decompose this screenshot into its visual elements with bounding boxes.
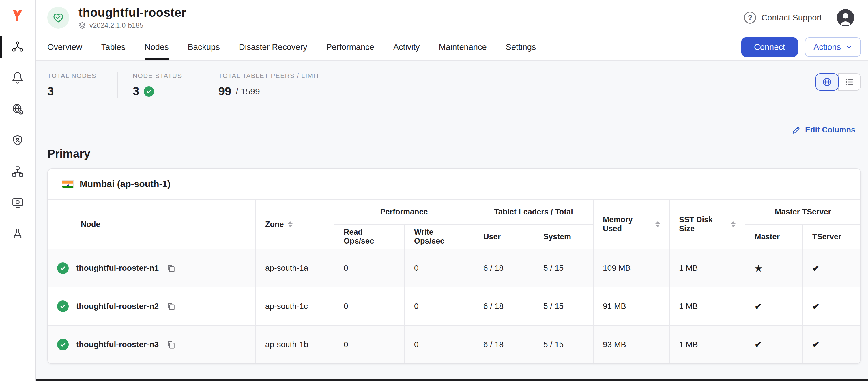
sidebar-item-billing[interactable] [0,187,35,218]
stat-node-status-value: 3 [133,85,139,98]
header-right: ? Contact Support [744,9,854,26]
stat-tablet-peers: TOTAL TABLET PEERS / LIMIT 99 / 1599 [203,72,341,98]
globe-view-icon [822,77,832,87]
column-header-sst-disk-size[interactable]: SST Disk Size [670,200,745,249]
region-card: Mumbai (ap-south-1) Node Zone [47,168,861,364]
universe-header: thoughtful-rooster v2024.2.1.0-b185 ? Co… [36,0,868,34]
main-content: thoughtful-rooster v2024.2.1.0-b185 ? Co… [36,0,868,381]
table-row: thoughtful-rooster-n1 ap-south-1a 0 0 6 … [48,249,861,287]
column-header-zone-label: Zone [265,220,284,229]
node-stats-bar: TOTAL NODES 3 NODE STATUS 3 TOTAL T [36,61,868,98]
copy-icon[interactable] [166,301,176,311]
stat-node-status-label: NODE STATUS [133,72,182,80]
edit-columns-button[interactable]: Edit Columns [792,125,855,135]
system-tablets-cell: 5 / 15 [534,287,593,325]
tabs: Overview Tables Nodes Backups Disaster R… [47,34,555,60]
column-header-zone[interactable]: Zone [256,200,334,249]
tab-overview[interactable]: Overview [47,34,82,60]
stat-total-nodes: TOTAL NODES 3 [47,72,117,98]
actions-button[interactable]: Actions [805,37,861,57]
app-window: thoughtful-rooster v2024.2.1.0-b185 ? Co… [0,0,868,381]
sort-icon [655,222,660,227]
node-name-link[interactable]: thoughtful-rooster-n1 [76,264,159,273]
list-view-toggle[interactable] [838,73,861,91]
universes-icon [11,40,24,53]
sst-disk-size-cell: 1 MB [670,287,745,325]
column-header-system: System [534,224,593,249]
tserver-check-icon: ✔ [812,340,819,349]
sidebar-item-labs[interactable] [0,218,35,250]
tab-nodes[interactable]: Nodes [145,34,169,60]
version-label: v2024.2.1.0-b185 [89,21,144,29]
tab-actions: Connect Actions [741,37,861,57]
column-header-sst-disk-size-label: SST Disk Size [679,215,727,233]
copy-icon[interactable] [166,263,176,273]
write-ops-cell: 0 [405,287,474,325]
memory-used-cell: 91 MB [593,287,670,325]
master-check-icon: ✔ [754,340,762,349]
topology-icon [11,165,24,178]
tab-maintenance[interactable]: Maintenance [439,34,487,60]
tab-activity[interactable]: Activity [393,34,420,60]
yugabyte-logo[interactable] [0,0,35,31]
yugabyte-logo-icon [10,8,25,23]
list-view-icon [845,77,854,87]
nodes-table: Node Zone Performance Tablet Leaders / T… [48,199,861,363]
stat-tablet-peers-label: TOTAL TABLET PEERS / LIMIT [218,72,320,80]
memory-used-cell: 93 MB [593,325,670,363]
tserver-check-icon: ✔ [812,302,819,311]
universe-tabs-bar: Overview Tables Nodes Backups Disaster R… [36,34,868,61]
table-row: thoughtful-rooster-n3 ap-south-1b 0 0 6 … [48,325,861,363]
connect-button[interactable]: Connect [741,37,798,57]
actions-button-label: Actions [813,42,841,52]
tab-backups[interactable]: Backups [188,34,220,60]
column-header-memory-used[interactable]: Memory Used [593,200,670,249]
node-healthy-icon [57,300,69,312]
map-view-toggle[interactable] [815,73,839,91]
tab-settings[interactable]: Settings [506,34,536,60]
write-ops-cell: 0 [405,325,474,363]
tab-disaster-recovery[interactable]: Disaster Recovery [239,34,307,60]
node-name-link[interactable]: thoughtful-rooster-n3 [76,340,159,349]
sort-icon [731,222,736,227]
user-tablets-cell: 6 / 18 [474,249,534,287]
zone-cell: ap-south-1a [256,249,334,287]
node-healthy-icon [57,339,69,350]
sst-disk-size-cell: 1 MB [670,249,745,287]
contact-support-link[interactable]: ? Contact Support [744,11,822,24]
column-group-master-tserver: Master TServer [745,200,861,224]
column-header-write-ops: Write Ops/sec [405,224,474,249]
user-tablets-cell: 6 / 18 [474,287,534,325]
stat-total-nodes-value: 3 [47,85,54,98]
viewport: thoughtful-rooster v2024.2.1.0-b185 ? Co… [0,0,868,381]
column-header-user: User [474,224,534,249]
edit-columns-label: Edit Columns [805,125,855,135]
system-tablets-cell: 5 / 15 [534,249,593,287]
user-tablets-cell: 6 / 18 [474,325,534,363]
column-header-read-ops: Read Ops/sec [334,224,405,249]
sidebar-item-alerts[interactable] [0,62,35,93]
heart-check-icon [52,11,65,24]
sidebar-item-topology[interactable] [0,156,35,187]
layers-icon [79,22,86,29]
column-header-master: Master [745,224,803,249]
node-name-link[interactable]: thoughtful-rooster-n2 [76,302,159,311]
stat-total-nodes-label: TOTAL NODES [47,72,96,80]
sidebar-item-cloud-config[interactable] [0,93,35,125]
topbar: thoughtful-rooster v2024.2.1.0-b185 ? Co… [36,0,868,61]
master-check-icon: ✔ [754,302,762,311]
view-toggle-group [815,73,861,91]
india-flag-icon [62,180,74,188]
tab-tables[interactable]: Tables [101,34,126,60]
user-avatar[interactable] [837,9,854,26]
sidebar-nav [0,0,36,381]
sidebar-item-universes[interactable] [0,31,35,62]
memory-used-cell: 109 MB [593,249,670,287]
copy-icon[interactable] [166,340,176,350]
node-healthy-icon [57,262,69,274]
zone-cell: ap-south-1b [256,325,334,363]
tab-performance[interactable]: Performance [327,34,374,60]
sidebar-item-security[interactable] [0,125,35,156]
read-ops-cell: 0 [334,325,405,363]
cloud-config-icon [11,103,24,115]
